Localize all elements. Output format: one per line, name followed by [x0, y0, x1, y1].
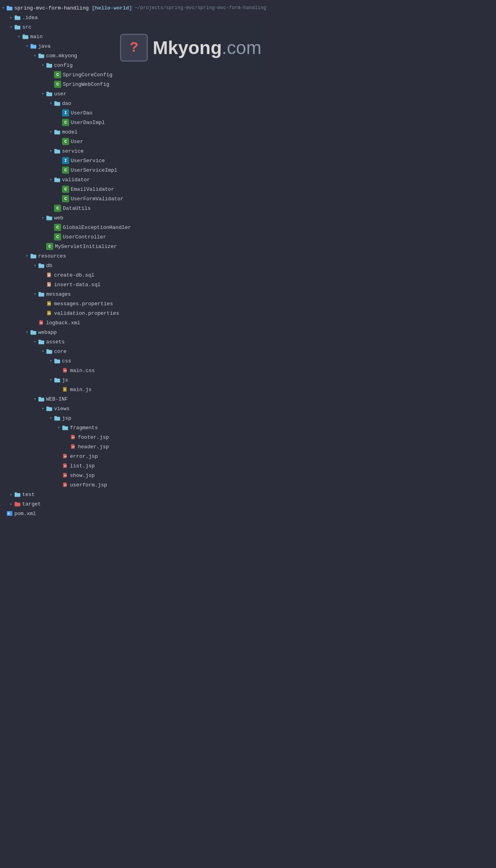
tree-item-User[interactable]: User	[0, 137, 496, 146]
file-label: UserFormValidator	[71, 196, 124, 202]
file-label: DataUtils	[63, 205, 91, 211]
tree-item-messages_folder[interactable]: messages	[0, 289, 496, 299]
tree-item-header_jsp[interactable]: JSP header.jsp	[0, 442, 496, 451]
collapse-arrow[interactable]	[24, 253, 30, 259]
tree-item-webapp[interactable]: webapp	[0, 327, 496, 337]
leaf-spacer	[56, 196, 62, 202]
collapse-arrow[interactable]	[8, 24, 14, 30]
tree-item-root[interactable]: spring-mvc-form-handling [hello-world]~/…	[0, 3, 496, 13]
collapse-arrow[interactable]	[24, 43, 30, 49]
tree-item-insert_data_sql[interactable]: SQL insert-data.sql	[0, 280, 496, 289]
collapse-arrow[interactable]	[40, 215, 46, 221]
tree-item-UserDaoImpl[interactable]: UserDaoImpl	[0, 118, 496, 127]
tree-item-web[interactable]: web	[0, 213, 496, 223]
tree-item-target[interactable]: target	[0, 499, 496, 509]
tree-item-error_jsp[interactable]: JSP error.jsp	[0, 451, 496, 461]
tree-item-idea[interactable]: .idea	[0, 13, 496, 22]
tree-item-resources[interactable]: resources	[0, 251, 496, 261]
expand-arrow[interactable]	[8, 14, 14, 21]
tree-item-model[interactable]: model	[0, 127, 496, 137]
collapse-arrow[interactable]	[24, 329, 30, 335]
file-label: error.jsp	[70, 453, 98, 459]
tree-item-MyServletInitializer[interactable]: MyServletInitializer	[0, 242, 496, 251]
class-icon	[62, 186, 69, 193]
tree-item-main_js[interactable]: JS main.js	[0, 385, 496, 394]
collapse-arrow[interactable]	[32, 339, 38, 345]
tree-item-css_folder[interactable]: css	[0, 356, 496, 366]
jsp-icon: JSP	[62, 482, 68, 488]
collapse-arrow[interactable]	[48, 358, 54, 364]
collapse-arrow[interactable]	[0, 5, 6, 11]
collapse-arrow[interactable]	[48, 100, 54, 107]
file-label: jsp	[62, 415, 71, 421]
collapse-arrow[interactable]	[32, 396, 38, 402]
tree-item-SpringWebConfig[interactable]: SpringWebConfig	[0, 79, 496, 89]
collapse-arrow[interactable]	[40, 348, 46, 355]
collapse-arrow[interactable]	[32, 291, 38, 297]
tree-item-views[interactable]: views	[0, 404, 496, 413]
file-label: css	[62, 358, 71, 364]
leaf-spacer	[56, 157, 62, 164]
tree-item-core[interactable]: core	[0, 347, 496, 356]
tree-item-assets[interactable]: assets	[0, 337, 496, 347]
file-label: webapp	[38, 329, 57, 335]
file-label: create-db.sql	[54, 272, 94, 278]
tree-item-main_css[interactable]: CSS main.css	[0, 366, 496, 375]
tree-item-service[interactable]: service	[0, 146, 496, 156]
tree-item-UserDao[interactable]: UserDao	[0, 108, 496, 118]
svg-text:SQL: SQL	[48, 284, 51, 286]
tree-item-db[interactable]: db	[0, 261, 496, 270]
tree-item-UserController[interactable]: UserController	[0, 232, 496, 242]
tree-item-logback_xml[interactable]: XML logback.xml	[0, 318, 496, 327]
tree-item-validation_properties[interactable]: PRO validation.properties	[0, 308, 496, 318]
tree-item-WEB_INF[interactable]: WEB-INF	[0, 394, 496, 404]
collapse-arrow[interactable]	[40, 62, 46, 68]
tree-item-user[interactable]: user	[0, 89, 496, 99]
tree-item-DataUtils[interactable]: DataUtils	[0, 203, 496, 213]
file-label: SpringCoreConfig	[63, 72, 112, 78]
tree-item-EmailValidator[interactable]: EmailValidator	[0, 184, 496, 194]
tree-item-show_jsp[interactable]: JSP show.jsp	[0, 471, 496, 480]
tree-item-UserService[interactable]: UserService	[0, 156, 496, 165]
collapse-arrow[interactable]	[32, 52, 38, 59]
tree-item-dao[interactable]: dao	[0, 99, 496, 108]
tree-item-test[interactable]: test	[0, 490, 496, 499]
tree-item-UserFormValidator[interactable]: UserFormValidator	[0, 194, 496, 203]
file-label: com.mkyong	[46, 53, 77, 59]
tree-item-footer_jsp[interactable]: JSP footer.jsp	[0, 432, 496, 442]
collapse-arrow[interactable]	[48, 176, 54, 183]
tree-item-fragments_folder[interactable]: fragments	[0, 423, 496, 432]
folder-icon	[38, 339, 45, 345]
tree-item-js_folder[interactable]: js	[0, 375, 496, 385]
class-icon	[54, 71, 61, 78]
leaf-spacer	[56, 110, 62, 116]
tree-item-UserServiceImpl[interactable]: UserServiceImpl	[0, 165, 496, 175]
folder-icon	[54, 148, 60, 154]
collapse-arrow[interactable]	[48, 415, 54, 421]
collapse-arrow[interactable]	[32, 262, 38, 269]
tree-item-userform_jsp[interactable]: JSP userform.jsp	[0, 480, 496, 490]
class-icon	[62, 167, 69, 174]
leaf-spacer	[40, 281, 46, 288]
file-label: main	[30, 34, 43, 40]
tree-item-pom_xml[interactable]: Mpom.xml	[0, 509, 496, 518]
collapse-arrow[interactable]	[56, 424, 62, 431]
file-label: SpringWebConfig	[63, 81, 109, 87]
collapse-arrow[interactable]	[48, 148, 54, 154]
file-label: main.css	[70, 368, 95, 374]
expand-arrow[interactable]	[8, 491, 14, 498]
collapse-arrow[interactable]	[48, 129, 54, 135]
collapse-arrow[interactable]	[40, 405, 46, 412]
folder-icon	[46, 91, 52, 97]
tree-item-validator[interactable]: validator	[0, 175, 496, 184]
tree-item-jsp_folder[interactable]: jsp	[0, 413, 496, 423]
tree-item-GlobalExceptionHandler[interactable]: GlobalExceptionHandler	[0, 223, 496, 232]
collapse-arrow[interactable]	[40, 91, 46, 97]
expand-arrow[interactable]	[8, 501, 14, 507]
collapse-arrow[interactable]	[48, 377, 54, 383]
tree-item-messages_properties[interactable]: PRO messages.properties	[0, 299, 496, 308]
tree-item-create_db_sql[interactable]: SQL create-db.sql	[0, 270, 496, 280]
collapse-arrow[interactable]	[16, 33, 22, 40]
tree-item-list_jsp[interactable]: JSP list.jsp	[0, 461, 496, 471]
svg-text:PRO: PRO	[48, 303, 51, 305]
